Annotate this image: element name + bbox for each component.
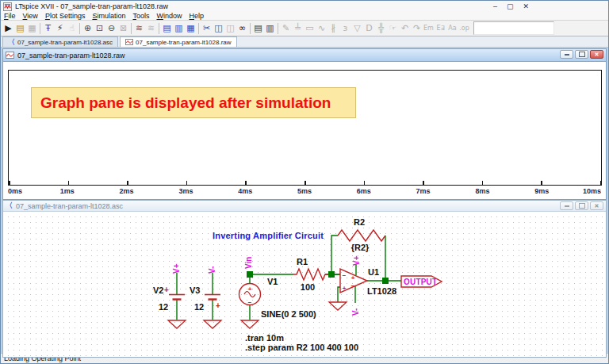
redo-icon[interactable]: ↷ (411, 21, 423, 35)
autorange-icon[interactable]: ≋ (145, 21, 157, 35)
child-maximize-button[interactable] (575, 50, 588, 59)
resistor-icon[interactable]: ∿ (316, 21, 327, 35)
paste-icon[interactable]: ◫ (224, 21, 236, 35)
axis-label: 0ms (8, 187, 22, 195)
net-label-u1-vplus[interactable]: V+ (352, 255, 361, 266)
toolbar-container: ▶▤▦Ŧ⚡☝⊕⊡⊖⊠≋≋▤▥▦✂◫◫∞▤▥✎╧▭∿∦ɜ▽D╬☞↶↷EmE∃Aa.… (1, 20, 608, 36)
window-title: LTspice XVII - 07_sample-tran-param-lt10… (15, 2, 168, 10)
mdi-area: 07_sample-tran-param-lt1028.raw ✕ Graph … (1, 48, 608, 353)
component-icon[interactable]: D (363, 21, 375, 35)
net-label-icon[interactable]: ▭ (304, 21, 316, 35)
text-icon[interactable]: Aa (446, 21, 458, 35)
child-close-button[interactable]: ✕ (590, 50, 603, 59)
schematic-window-title: 07_sample-tran-param-lt1028.asc (16, 202, 123, 210)
main-titlebar[interactable]: LTspice XVII - 07_sample-tran-param-lt10… (1, 1, 608, 12)
open-icon[interactable]: ▤ (14, 21, 26, 35)
wire-icon[interactable]: ✎ (280, 21, 292, 35)
component-v2[interactable]: V2 12 + (153, 285, 185, 312)
tab-label: 07_sample-tran-param-lt1028.raw (136, 39, 232, 46)
tab-waveform[interactable]: 07_sample-tran-param-lt1028.raw (120, 36, 237, 47)
axis-label: 7ms (416, 187, 431, 195)
schematic-window: 〈 07_sample-tran-param-lt1028.asc ✕ (2, 200, 607, 358)
undo-icon[interactable]: ↶ (399, 21, 411, 35)
tile-horizontal-icon[interactable]: ▤ (161, 21, 173, 35)
menu-tools[interactable]: Tools (132, 12, 149, 20)
schematic-canvas[interactable]: Inverting Amplifier Circuit V2 12 + V+ (3, 212, 606, 356)
axis-label: 5ms (297, 187, 312, 195)
svg-text:{R2}: {R2} (351, 243, 370, 252)
toolbar-separator (278, 23, 278, 34)
minimize-button[interactable]: – (493, 2, 497, 11)
child-maximize-button[interactable] (575, 201, 588, 210)
close-button[interactable]: ✕ (523, 2, 529, 11)
time-axis: 0ms1ms2ms3ms4ms5ms6ms7ms8ms9ms10ms (3, 187, 606, 197)
waveform-window-icon (6, 52, 14, 59)
menu-file[interactable]: File (4, 12, 16, 20)
maximize-button[interactable]: ▢ (507, 2, 514, 11)
save-icon[interactable]: ▦ (26, 21, 38, 35)
run-simulation-icon[interactable]: ⚡ (54, 21, 66, 35)
find-icon[interactable]: ∞ (236, 21, 248, 35)
print-preview-icon[interactable]: ▥ (264, 21, 276, 35)
net-label-vin[interactable]: Vin (244, 257, 253, 269)
component-r1[interactable]: R1 100 (293, 257, 328, 292)
plot-settings-icon[interactable]: ≋ (133, 21, 145, 35)
drag-icon[interactable]: ☞ (387, 21, 399, 35)
directive-step[interactable]: .step param R2 100 400 100 (245, 343, 358, 352)
ground-icon[interactable]: ╧ (292, 21, 304, 35)
menu-bar: FileViewPlot SettingsSimulationToolsWind… (1, 12, 608, 20)
capacitor-icon[interactable]: ∦ (327, 21, 339, 35)
toolbar-separator (40, 23, 40, 34)
spice-directive-icon[interactable]: .op (458, 21, 470, 35)
svg-text:+: + (164, 285, 169, 294)
rotate-icon[interactable]: Em (423, 21, 435, 35)
child-close-button[interactable]: ✕ (590, 201, 603, 210)
child-minimize-button[interactable] (560, 50, 573, 59)
menu-plot-settings[interactable]: Plot Settings (45, 12, 86, 20)
toolbar-separator (198, 23, 199, 34)
waveform-client: Graph pane is displayed after simulation… (3, 62, 606, 198)
tab-schematic[interactable]: 〈 07_sample-tran-param-lt1028.asc (2, 36, 118, 47)
new-schematic-icon[interactable]: ▶ (2, 21, 14, 35)
zoom-box-icon[interactable]: ⊡ (94, 21, 105, 35)
directive-tran[interactable]: .tran 10m (245, 333, 284, 343)
cascade-icon[interactable]: ▦ (185, 21, 197, 35)
waveform-file-icon (125, 39, 133, 45)
axis-tick (245, 181, 247, 185)
plot-area[interactable]: Graph pane is displayed after simulation (8, 70, 602, 186)
tile-vertical-icon[interactable]: ▥ (173, 21, 185, 35)
svg-text:−: − (351, 282, 355, 289)
net-label-vplus[interactable]: V+ (172, 263, 181, 274)
zoom-full-icon[interactable]: ⊠ (117, 21, 129, 35)
move-icon[interactable]: ╬ (375, 21, 387, 35)
control-panel-icon[interactable]: Ŧ (42, 21, 54, 35)
menu-view[interactable]: View (23, 12, 38, 20)
mirror-icon[interactable]: E∃ (435, 21, 446, 35)
axis-tick (600, 181, 602, 185)
svg-text:−: − (343, 272, 347, 279)
zoom-out-icon[interactable]: ⊖ (105, 21, 117, 35)
waveform-titlebar[interactable]: 07_sample-tran-param-lt1028.raw ✕ (3, 49, 606, 62)
output-flag[interactable]: OUTPUT (401, 276, 442, 287)
svg-text:100: 100 (301, 282, 315, 292)
axis-label: 2ms (120, 187, 134, 195)
menu-window[interactable]: Window (156, 12, 182, 20)
menu-simulation[interactable]: Simulation (92, 12, 125, 20)
diode-icon[interactable]: ▽ (351, 21, 363, 35)
child-minimize-button[interactable] (560, 201, 573, 210)
print-icon[interactable]: ▤ (252, 21, 264, 35)
svg-text:+: + (351, 274, 355, 282)
schematic-titlebar[interactable]: 〈 07_sample-tran-param-lt1028.asc ✕ (3, 201, 606, 212)
copy-icon[interactable]: ◫ (213, 21, 224, 35)
component-r2[interactable]: R2 {R2} (338, 217, 385, 252)
net-label-vminus[interactable]: V- (208, 266, 216, 274)
menu-help[interactable]: Help (190, 12, 205, 20)
net-label-u1-vminus[interactable]: V- (351, 308, 360, 316)
zoom-in-icon[interactable]: ⊕ (82, 21, 94, 35)
component-v3[interactable]: V3 12 + (190, 285, 220, 312)
axis-tick (68, 181, 70, 185)
halt-icon[interactable]: ☝ (66, 21, 78, 35)
cut-icon[interactable]: ✂ (201, 21, 213, 35)
app-icon (3, 2, 12, 11)
inductor-icon[interactable]: ɜ (339, 21, 351, 35)
